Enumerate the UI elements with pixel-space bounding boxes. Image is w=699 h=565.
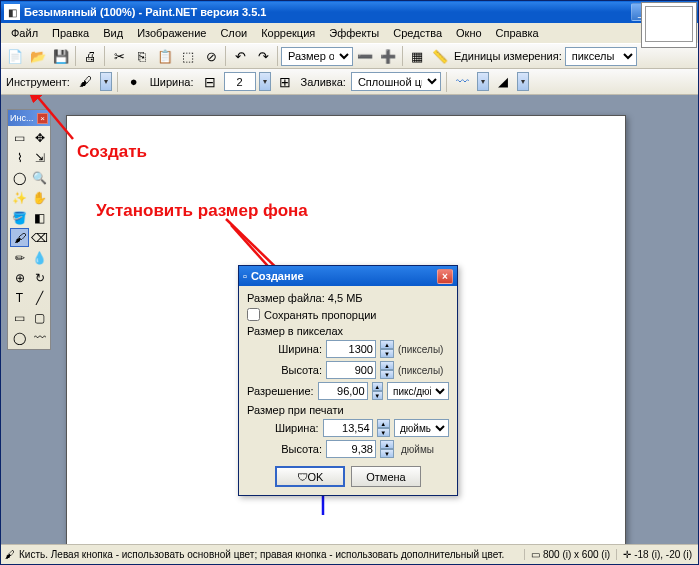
menu-adjust[interactable]: Коррекция <box>255 25 321 41</box>
tool-wand[interactable]: ✨ <box>10 188 29 207</box>
toolbox-close-button[interactable]: × <box>37 113 48 124</box>
width-minus-button[interactable]: ⊟ <box>199 71 221 93</box>
status-pos: ✛ -18 (i), -20 (i) <box>616 549 698 560</box>
height-px-spinner[interactable]: ▲▼ <box>380 361 394 379</box>
tool-line[interactable]: ╱ <box>30 288 49 307</box>
tool-eraser[interactable]: ⌫ <box>30 228 49 247</box>
height-px-input[interactable] <box>326 361 376 379</box>
resolution-input[interactable] <box>318 382 368 400</box>
menu-help[interactable]: Справка <box>490 25 545 41</box>
ruler-button[interactable]: 📏 <box>429 45 451 67</box>
cancel-button[interactable]: Отмена <box>351 466 421 487</box>
deselect-button[interactable]: ⊘ <box>200 45 222 67</box>
tool-ellipse-select[interactable]: ◯ <box>10 168 29 187</box>
menu-edit[interactable]: Правка <box>46 25 95 41</box>
tool-brush[interactable]: 🖌 <box>10 228 29 247</box>
tool-label: Инструмент: <box>4 76 72 88</box>
thumbnail-panel[interactable] <box>641 2 697 48</box>
tool-pencil[interactable]: ✏ <box>10 248 29 267</box>
menu-effects[interactable]: Эффекты <box>323 25 385 41</box>
width-label: Ширина: <box>148 76 196 88</box>
toolbox-title-text: Инс... <box>10 113 33 123</box>
width-print-spinner[interactable]: ▲▼ <box>377 419 390 437</box>
redo-button[interactable]: ↷ <box>252 45 274 67</box>
undo-button[interactable]: ↶ <box>229 45 251 67</box>
tool-clone[interactable]: ⊕ <box>10 268 29 287</box>
menu-tools[interactable]: Средства <box>387 25 448 41</box>
open-button[interactable]: 📂 <box>27 45 49 67</box>
print-size-group-label: Размер при печати <box>247 404 449 416</box>
app-window: ◧ Безымянный (100%) - Paint.NET версия 3… <box>0 0 699 565</box>
tool-pan[interactable]: ✋ <box>30 188 49 207</box>
toolbox: Инс... × ▭ ✥ ⌇ ⇲ ◯ 🔍 ✨ ✋ 🪣 ◧ 🖌 ⌫ ✏ 💧 ⊕ ↻ <box>7 109 51 350</box>
resolution-spinner[interactable]: ▲▼ <box>372 382 383 400</box>
tool-gradient[interactable]: ◧ <box>30 208 49 227</box>
height-print-input[interactable] <box>326 440 376 458</box>
dims-icon: ▭ <box>531 549 540 560</box>
width-px-spinner[interactable]: ▲▼ <box>380 340 394 358</box>
tool-recolor[interactable]: ↻ <box>30 268 49 287</box>
print-button[interactable]: 🖨 <box>79 45 101 67</box>
save-button[interactable]: 💾 <box>50 45 72 67</box>
width-dropdown[interactable]: ▾ <box>259 72 271 91</box>
width-px-input[interactable] <box>326 340 376 358</box>
tool-ellipse[interactable]: ◯ <box>10 328 29 347</box>
width-plus-button[interactable]: ⊞ <box>274 71 296 93</box>
dialog-title-text: Создание <box>251 270 437 282</box>
tool-move-sel[interactable]: ⇲ <box>30 148 49 167</box>
resolution-unit-combo[interactable]: пикс/дюйм <box>387 382 449 400</box>
toolbox-title-bar[interactable]: Инс... × <box>8 110 50 126</box>
tool-picker[interactable]: 💧 <box>30 248 49 267</box>
crop-button[interactable]: ⬚ <box>177 45 199 67</box>
menu-file[interactable]: Файл <box>5 25 44 41</box>
tool-toolbar: Инструмент: 🖌 ▾ ● Ширина: ⊟ ▾ ⊞ Заливка:… <box>1 69 698 95</box>
new-file-dialog: ▫ Создание × Размер файла: 4,5 МБ Сохран… <box>238 265 458 496</box>
fill-combo[interactable]: Сплошной цвет <box>351 72 441 91</box>
width-input[interactable] <box>224 72 256 91</box>
tool-roundrect[interactable]: ▢ <box>30 308 49 327</box>
blend-dropdown[interactable]: ▾ <box>517 72 529 91</box>
menu-bar: Файл Правка Вид Изображение Слои Коррекц… <box>1 23 698 43</box>
copy-button[interactable]: ⎘ <box>131 45 153 67</box>
grid-button[interactable]: ▦ <box>406 45 428 67</box>
tool-zoom[interactable]: 🔍 <box>30 168 49 187</box>
width-print-input[interactable] <box>323 419 373 437</box>
menu-image[interactable]: Изображение <box>131 25 212 41</box>
status-tool-icon: 🖌 <box>5 549 15 560</box>
resolution-label: Разрешение: <box>247 385 314 397</box>
blend-button[interactable]: ◢ <box>492 71 514 93</box>
width-print-unit-combo[interactable]: дюймы <box>394 419 449 437</box>
zoom-out-button[interactable]: ➖ <box>354 45 376 67</box>
units-combo[interactable]: пикселы <box>565 47 637 66</box>
shape-circle-icon[interactable]: ● <box>123 71 145 93</box>
tool-fill[interactable]: 🪣 <box>10 208 29 227</box>
menu-window[interactable]: Окно <box>450 25 488 41</box>
new-button[interactable]: 📄 <box>4 45 26 67</box>
menu-view[interactable]: Вид <box>97 25 129 41</box>
tool-rect-select[interactable]: ▭ <box>10 128 29 147</box>
tool-move[interactable]: ✥ <box>30 128 49 147</box>
dialog-close-button[interactable]: × <box>437 269 453 284</box>
status-hint: Кисть. Левая кнопка - использовать основ… <box>19 549 504 560</box>
tool-freeform[interactable]: 〰 <box>30 328 49 347</box>
keep-proportions-checkbox[interactable] <box>247 308 260 321</box>
title-text: Безымянный (100%) - Paint.NET версия 3.5… <box>24 6 631 18</box>
current-tool-icon[interactable]: 🖌 <box>75 71 97 93</box>
zoom-in-button[interactable]: ➕ <box>377 45 399 67</box>
aa-dropdown[interactable]: ▾ <box>477 72 489 91</box>
width-px-label: Ширина: <box>247 343 322 355</box>
dims-text: 800 (i) x 600 (i) <box>543 549 610 560</box>
cut-button[interactable]: ✂ <box>108 45 130 67</box>
tool-rect[interactable]: ▭ <box>10 308 29 327</box>
zoom-combo[interactable]: Размер окн <box>281 47 353 66</box>
pos-icon: ✛ <box>623 549 631 560</box>
dialog-title-bar[interactable]: ▫ Создание × <box>239 266 457 286</box>
tool-text[interactable]: T <box>10 288 29 307</box>
menu-layers[interactable]: Слои <box>214 25 253 41</box>
paste-button[interactable]: 📋 <box>154 45 176 67</box>
ok-button[interactable]: 🛡 OK <box>275 466 345 487</box>
height-print-spinner[interactable]: ▲▼ <box>380 440 394 458</box>
tool-lasso[interactable]: ⌇ <box>10 148 29 167</box>
tool-dropdown[interactable]: ▾ <box>100 72 112 91</box>
antialias-button[interactable]: 〰 <box>452 71 474 93</box>
